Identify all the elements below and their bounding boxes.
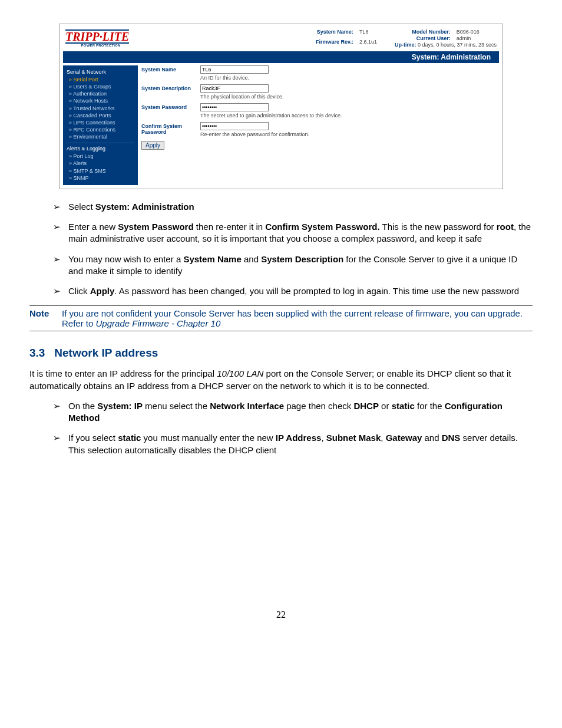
- label-sysname: System Name:: [316, 29, 353, 38]
- page-number: 22: [29, 610, 533, 620]
- sidebar-group-serial: Serial & Network: [67, 69, 134, 75]
- sidebar-item[interactable]: Cascaded Ports: [67, 112, 134, 119]
- label-model: Model Number:: [395, 29, 451, 35]
- list-item: You may now wish to enter a System Name …: [53, 253, 533, 278]
- header-info-right: Model Number: B096-016 Current User: adm…: [395, 29, 497, 48]
- form-area: System NameAn ID for this device.System …: [141, 65, 499, 185]
- sidebar-item[interactable]: Trusted Networks: [67, 105, 134, 112]
- form-row: Confirm System PasswordRe-enter the abov…: [141, 122, 499, 137]
- header-info-left: System Name: TL6 Firmware Rev.: 2.6.1u1: [316, 29, 377, 48]
- value-model: B096-016: [457, 29, 497, 35]
- help-text: Re-enter the above password for confirma…: [200, 131, 499, 137]
- sidebar-group-alerts: Alerts & Logging: [67, 146, 134, 151]
- value-firmware: 2.6.1u1: [359, 39, 377, 48]
- apply-button[interactable]: Apply: [141, 141, 164, 150]
- admin-screenshot: TRIPP·LITE POWER PROTECTION System Name:…: [59, 24, 503, 189]
- form-row: System DescriptionThe physical location …: [141, 84, 499, 100]
- sidebar-item[interactable]: Alerts: [67, 160, 134, 167]
- help-text: The secret used to gain administration a…: [200, 113, 499, 118]
- sidebar-item[interactable]: Environmental: [67, 133, 134, 140]
- sidebar-item[interactable]: Serial Port: [67, 76, 134, 83]
- password-input[interactable]: [200, 122, 269, 130]
- text-input[interactable]: [200, 84, 269, 93]
- instruction-list-1: Select System: Administration Enter a ne…: [29, 201, 533, 298]
- form-control: The secret used to gain administration a…: [200, 103, 499, 118]
- form-row: System NameAn ID for this device.: [141, 65, 499, 81]
- form-row: System PasswordThe secret used to gain a…: [141, 103, 499, 118]
- header-info: System Name: TL6 Firmware Rev.: 2.6.1u1 …: [136, 29, 497, 48]
- sidebar: Serial & Network Serial PortUsers & Grou…: [63, 65, 138, 185]
- screenshot-header: TRIPP·LITE POWER PROTECTION System Name:…: [59, 24, 503, 51]
- list-item: Click Apply. As password has been change…: [53, 285, 533, 297]
- form-label: System Name: [141, 65, 200, 73]
- sidebar-item[interactable]: Users & Groups: [67, 83, 134, 90]
- note-text: If you are not confident your Console Se…: [62, 308, 533, 328]
- help-text: The physical location of this device.: [200, 94, 499, 100]
- form-control: The physical location of this device.: [200, 84, 499, 100]
- sidebar-divider: [67, 143, 134, 143]
- list-item: If you select static you must manually e…: [53, 432, 533, 456]
- logo-brand: TRIPP·LITE: [65, 29, 129, 44]
- sidebar-item[interactable]: RPC Connections: [67, 126, 134, 133]
- logo-tagline: POWER PROTECTION: [65, 44, 136, 47]
- form-label: System Password: [141, 103, 200, 110]
- screenshot-body: Serial & Network Serial PortUsers & Grou…: [59, 65, 503, 189]
- form-label: System Description: [141, 84, 200, 91]
- logo: TRIPP·LITE POWER PROTECTION: [65, 29, 136, 47]
- list-item: On the System: IP menu select the Networ…: [53, 400, 533, 424]
- value-sysname: TL6: [359, 29, 377, 38]
- list-item: Enter a new System Password then re-ente…: [53, 221, 533, 245]
- section-heading: 3.3 Network IP address: [29, 347, 533, 360]
- form-control: An ID for this device.: [200, 65, 499, 81]
- note-label: Note: [29, 308, 56, 328]
- page-title-bar: System: Administration: [63, 51, 499, 63]
- label-user: Current User:: [395, 35, 451, 41]
- help-text: An ID for this device.: [200, 75, 499, 81]
- text-input[interactable]: [200, 65, 269, 74]
- value-user: admin: [457, 35, 497, 41]
- password-input[interactable]: [200, 103, 269, 111]
- uptime-line: Up-time: 0 days, 0 hours, 37 mins, 23 se…: [395, 42, 497, 48]
- sidebar-item[interactable]: Authentication: [67, 90, 134, 97]
- sidebar-item[interactable]: Network Hosts: [67, 97, 134, 104]
- sidebar-item[interactable]: UPS Connections: [67, 119, 134, 126]
- form-label: Confirm System Password: [141, 122, 200, 135]
- sidebar-item[interactable]: Port Log: [67, 153, 134, 160]
- form-control: Re-enter the above password for confirma…: [200, 122, 499, 137]
- sidebar-item[interactable]: SNMP: [67, 174, 134, 182]
- label-firmware: Firmware Rev.:: [316, 39, 353, 48]
- body-paragraph: It is time to enter an IP address for th…: [29, 368, 533, 392]
- sidebar-item[interactable]: SMTP & SMS: [67, 167, 134, 174]
- list-item: Select System: Administration: [53, 201, 533, 213]
- instruction-list-2: On the System: IP menu select the Networ…: [29, 400, 533, 456]
- note-box: Note If you are not confident your Conso…: [29, 305, 533, 331]
